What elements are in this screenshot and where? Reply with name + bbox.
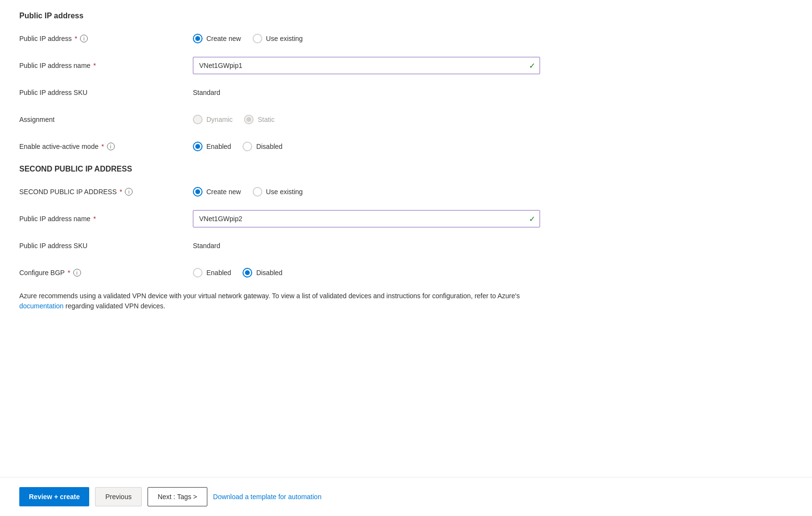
dynamic-label[interactable]: Dynamic bbox=[206, 116, 232, 123]
active-active-enabled-radio[interactable] bbox=[193, 142, 203, 151]
public-ip-name-2-wrapper: ✓ bbox=[193, 210, 540, 227]
create-new-2-option[interactable]: Create new bbox=[193, 187, 241, 197]
create-new-1-radio[interactable] bbox=[193, 34, 203, 43]
next-button[interactable]: Next : Tags > bbox=[148, 487, 207, 506]
bgp-enabled-radio[interactable] bbox=[193, 268, 203, 278]
active-active-info-icon[interactable]: i bbox=[107, 143, 115, 150]
dynamic-option[interactable]: Dynamic bbox=[193, 115, 232, 124]
valid-check-2-icon: ✓ bbox=[529, 214, 535, 224]
dynamic-radio[interactable] bbox=[193, 115, 203, 124]
public-ip-sku-1-value: Standard bbox=[193, 89, 220, 96]
create-new-1-option[interactable]: Create new bbox=[193, 34, 241, 43]
active-active-enabled-option[interactable]: Enabled bbox=[193, 142, 231, 151]
use-existing-2-option[interactable]: Use existing bbox=[253, 187, 303, 197]
bgp-enabled-label[interactable]: Enabled bbox=[206, 269, 231, 277]
public-ip-sku-1-control: Standard bbox=[193, 89, 559, 96]
bgp-disabled-label[interactable]: Disabled bbox=[256, 269, 282, 277]
section2-title: SECOND PUBLIC IP ADDRESS bbox=[19, 165, 793, 173]
documentation-link[interactable]: documentation bbox=[19, 302, 64, 310]
assignment-control: Dynamic Static bbox=[193, 115, 559, 124]
public-ip-name-1-label: Public IP address name * bbox=[19, 62, 193, 69]
info-text: Azure recommends using a validated VPN d… bbox=[19, 291, 550, 311]
active-active-disabled-option[interactable]: Disabled bbox=[243, 142, 282, 151]
public-ip-address-control: Create new Use existing bbox=[193, 34, 559, 43]
use-existing-2-radio[interactable] bbox=[253, 187, 262, 197]
static-label[interactable]: Static bbox=[257, 116, 274, 123]
bgp-disabled-option[interactable]: Disabled bbox=[243, 268, 282, 278]
use-existing-1-radio[interactable] bbox=[253, 34, 262, 43]
second-public-ip-label: SECOND PUBLIC IP ADDRESS * i bbox=[19, 188, 193, 196]
footer: Review + create Previous Next : Tags > D… bbox=[0, 477, 812, 516]
public-ip-name-2-control: ✓ bbox=[193, 210, 559, 227]
create-new-2-label[interactable]: Create new bbox=[206, 188, 241, 196]
required-indicator: * bbox=[68, 269, 70, 277]
required-indicator: * bbox=[94, 215, 96, 223]
public-ip-name-2-input[interactable] bbox=[193, 210, 540, 227]
use-existing-1-option[interactable]: Use existing bbox=[253, 34, 303, 43]
active-active-disabled-radio[interactable] bbox=[243, 142, 252, 151]
section1-title: Public IP address bbox=[19, 12, 793, 20]
assignment-label: Assignment bbox=[19, 116, 193, 123]
public-ip-name-2-row: Public IP address name * ✓ bbox=[19, 210, 793, 227]
review-create-button[interactable]: Review + create bbox=[19, 487, 89, 506]
second-public-ip-info-icon[interactable]: i bbox=[125, 188, 133, 196]
public-ip-name-1-row: Public IP address name * ✓ bbox=[19, 57, 793, 74]
active-active-row: Enable active-active mode * i Enabled Di… bbox=[19, 138, 793, 155]
public-ip-name-2-label: Public IP address name * bbox=[19, 215, 193, 223]
bgp-enabled-option[interactable]: Enabled bbox=[193, 268, 231, 278]
bgp-disabled-radio[interactable] bbox=[243, 268, 252, 278]
active-active-enabled-label[interactable]: Enabled bbox=[206, 143, 231, 150]
required-indicator: * bbox=[94, 62, 96, 69]
public-ip-info-icon[interactable]: i bbox=[80, 35, 88, 42]
use-existing-2-label[interactable]: Use existing bbox=[266, 188, 303, 196]
use-existing-1-label[interactable]: Use existing bbox=[266, 35, 303, 42]
public-ip-radio-group: Create new Use existing bbox=[193, 34, 303, 43]
assignment-radio-group: Dynamic Static bbox=[193, 115, 274, 124]
public-ip-sku-1-row: Public IP address SKU Standard bbox=[19, 84, 793, 101]
configure-bgp-row: Configure BGP * i Enabled Disabled bbox=[19, 264, 793, 281]
valid-check-1-icon: ✓ bbox=[529, 61, 535, 70]
second-public-ip-row: SECOND PUBLIC IP ADDRESS * i Create new … bbox=[19, 183, 793, 200]
assignment-row: Assignment Dynamic Static bbox=[19, 111, 793, 128]
public-ip-sku-2-row: Public IP address SKU Standard bbox=[19, 237, 793, 254]
active-active-disabled-label[interactable]: Disabled bbox=[256, 143, 282, 150]
second-public-ip-radio-group: Create new Use existing bbox=[193, 187, 303, 197]
configure-bgp-control: Enabled Disabled bbox=[193, 268, 559, 278]
active-active-control: Enabled Disabled bbox=[193, 142, 559, 151]
active-active-radio-group: Enabled Disabled bbox=[193, 142, 283, 151]
second-public-ip-control: Create new Use existing bbox=[193, 187, 559, 197]
public-ip-sku-2-value: Standard bbox=[193, 242, 220, 250]
public-ip-name-1-control: ✓ bbox=[193, 57, 559, 74]
static-option[interactable]: Static bbox=[244, 115, 274, 124]
active-active-label: Enable active-active mode * i bbox=[19, 143, 193, 150]
public-ip-address-row: Public IP address * i Create new Use exi… bbox=[19, 30, 793, 47]
previous-button[interactable]: Previous bbox=[95, 487, 141, 506]
public-ip-name-1-input[interactable] bbox=[193, 57, 540, 74]
required-indicator: * bbox=[120, 188, 122, 196]
configure-bgp-info-icon[interactable]: i bbox=[73, 269, 81, 277]
required-indicator: * bbox=[101, 143, 104, 150]
configure-bgp-radio-group: Enabled Disabled bbox=[193, 268, 283, 278]
required-indicator: * bbox=[75, 35, 77, 42]
download-template-button[interactable]: Download a template for automation bbox=[213, 493, 322, 501]
configure-bgp-label: Configure BGP * i bbox=[19, 269, 193, 277]
public-ip-sku-1-label: Public IP address SKU bbox=[19, 89, 193, 96]
public-ip-sku-2-control: Standard bbox=[193, 242, 559, 250]
public-ip-name-1-wrapper: ✓ bbox=[193, 57, 540, 74]
create-new-1-label[interactable]: Create new bbox=[206, 35, 241, 42]
static-radio[interactable] bbox=[244, 115, 254, 124]
public-ip-sku-2-label: Public IP address SKU bbox=[19, 242, 193, 250]
create-new-2-radio[interactable] bbox=[193, 187, 203, 197]
public-ip-address-label: Public IP address * i bbox=[19, 35, 193, 42]
